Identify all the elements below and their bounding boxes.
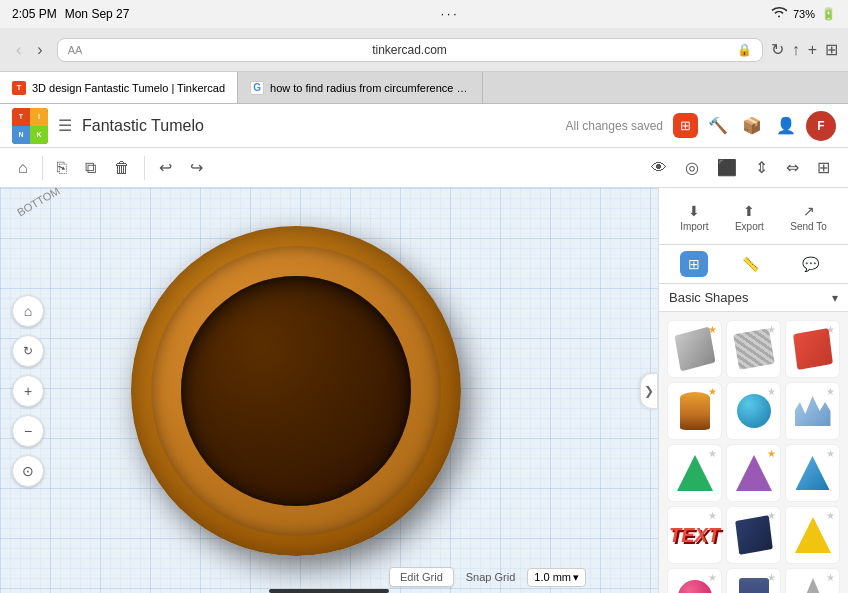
panel-top-icons: ⬇ Import ⬆ Export ↗ Send To [659, 188, 848, 245]
shape-tool-button[interactable]: ⬛ [709, 154, 745, 181]
snap-value-control[interactable]: 1.0 mm ▾ [527, 568, 586, 587]
orbit-button[interactable]: ↻ [12, 335, 44, 367]
tabs-button[interactable]: ⊞ [825, 40, 838, 59]
address-bar[interactable]: AA tinkercad.com 🔒 [57, 38, 763, 62]
star-icon-jagged: ★ [826, 386, 835, 397]
snap-value-text: 1.0 mm [534, 571, 571, 583]
mirror-h-icon: ⇔ [786, 158, 799, 177]
panel-view-icons: ⊞ 📏 💬 [659, 245, 848, 284]
shapes-grid: ★ ★ ★ ★ ★ [659, 312, 848, 593]
shape-visual-pyramid-yellow [795, 517, 831, 553]
logo-k: K [30, 126, 48, 144]
shape-visual-text-3d: TEXT [669, 524, 720, 547]
panel-import-button[interactable]: ⬇ Import [672, 194, 716, 238]
home-button[interactable]: ⌂ [10, 155, 36, 181]
reset-view-button[interactable]: ⊙ [12, 455, 44, 487]
refresh-button[interactable]: ↻ [771, 40, 784, 59]
duplicate-icon: ⧉ [85, 159, 96, 177]
canvas-label: BOTTOM [15, 188, 62, 218]
browser-nav: ‹ › [10, 39, 49, 61]
shape-visual-cylinder [680, 392, 710, 430]
shapes-title: Basic Shapes [669, 290, 749, 305]
copy-button[interactable]: ⎘ [49, 155, 75, 181]
shape-item-pyramid-purple[interactable]: ★ [726, 444, 781, 502]
avatar[interactable]: F [806, 111, 836, 141]
star-icon-sphere: ★ [767, 386, 776, 397]
status-day: Mon Sep 27 [65, 7, 130, 21]
tinkercad-logo[interactable]: T I N K [12, 108, 48, 144]
view-home-button[interactable]: ⌂ [12, 295, 44, 327]
shape-item-sphere[interactable]: ★ [726, 382, 781, 440]
shape-item-cone[interactable]: ★ [785, 568, 840, 593]
star-icon-pyramid-yellow: ★ [826, 510, 835, 521]
toolbar-separator-1 [42, 156, 43, 180]
grid-panel-button[interactable]: ⊞ [680, 251, 708, 277]
panel-sendto-button[interactable]: ↗ Send To [782, 194, 835, 238]
shape-item-jagged[interactable]: ★ [785, 382, 840, 440]
shape-visual-box-gray [674, 327, 715, 372]
shape-item-cylinder[interactable]: ★ [667, 382, 722, 440]
shape-visual-cone [797, 578, 829, 593]
share-button[interactable]: ↑ [792, 41, 800, 59]
zoom-out-button[interactable]: − [12, 415, 44, 447]
shape-visual-sphere [737, 394, 771, 428]
shape-item-prism[interactable]: ★ [785, 444, 840, 502]
panel-collapse-handle[interactable]: ❯ [640, 373, 658, 409]
circle-tool-button[interactable]: ◎ [677, 154, 707, 181]
share-icon: ↑ [792, 41, 800, 58]
edit-grid-button[interactable]: Edit Grid [389, 567, 454, 587]
grid-view-button[interactable]: ⊞ [673, 113, 698, 138]
shape-item-box-dark[interactable]: ★ [726, 568, 781, 593]
shape-item-box-red[interactable]: ★ [785, 320, 840, 378]
canvas-area[interactable]: BOTTOM ⌂ ↻ + − ⊙ [0, 188, 658, 593]
shapes-header: Basic Shapes ▾ [659, 284, 848, 312]
toolbar-separator-2 [144, 156, 145, 180]
shape-item-box-gray[interactable]: ★ [667, 320, 722, 378]
shape-item-pyramid-green[interactable]: ★ [667, 444, 722, 502]
align-button[interactable]: ⊞ [809, 154, 838, 181]
undo-button[interactable]: ↩ [151, 154, 180, 181]
zoom-in-button[interactable]: + [12, 375, 44, 407]
trash-icon: 🗑 [114, 159, 130, 177]
sendto-icon: ↗ [803, 203, 815, 219]
minus-zoom-icon: − [24, 423, 32, 439]
shape-item-text-3d[interactable]: ★ TEXT [667, 506, 722, 564]
profile-button[interactable]: 👤 [772, 112, 800, 139]
redo-button[interactable]: ↪ [182, 154, 211, 181]
aa-label: AA [68, 44, 83, 56]
tab-google[interactable]: G how to find radius from circumference … [238, 72, 483, 103]
wifi-icon [771, 7, 787, 22]
delete-button[interactable]: 🗑 [106, 155, 138, 181]
shape-item-box-blue[interactable]: ★ [726, 506, 781, 564]
tab-tinkercad[interactable]: T 3D design Fantastic Tumelo | Tinkercad [0, 72, 238, 103]
new-tab-button[interactable]: + [808, 41, 817, 59]
view-button[interactable]: 👁 [643, 155, 675, 181]
header-actions: ⊞ 🔨 📦 👤 F [673, 111, 836, 141]
battery-visual: 🔋 [821, 7, 836, 21]
panel-export-button[interactable]: ⬆ Export [727, 194, 772, 238]
lock-icon: 🔒 [737, 43, 752, 57]
shape-item-pyramid-yellow[interactable]: ★ [785, 506, 840, 564]
ruler-button[interactable]: 📏 [734, 251, 767, 277]
tabs-icon: ⊞ [825, 41, 838, 58]
home-view-icon: ⌂ [24, 303, 32, 319]
disc-ring [151, 246, 441, 536]
list-icon: ☰ [58, 116, 72, 135]
redo-icon: ↪ [190, 158, 203, 177]
shape-visual-jagged [795, 396, 831, 426]
shape-item-sphere-pink[interactable]: ★ [667, 568, 722, 593]
mirror-h-button[interactable]: ⇔ [778, 154, 807, 181]
back-button[interactable]: ‹ [10, 39, 27, 61]
export-icon: ⬆ [743, 203, 755, 219]
comment-button[interactable]: 💬 [794, 251, 827, 277]
url-text: tinkercad.com [88, 43, 730, 57]
package-button[interactable]: 📦 [738, 112, 766, 139]
mirror-v-button[interactable]: ⇕ [747, 154, 776, 181]
duplicate-button[interactable]: ⧉ [77, 155, 104, 181]
shape-visual-box-blue [735, 515, 773, 555]
forward-button[interactable]: › [31, 39, 48, 61]
shapes-dropdown-button[interactable]: ▾ [832, 291, 838, 305]
3d-object[interactable] [131, 226, 461, 556]
shape-item-box-striped[interactable]: ★ [726, 320, 781, 378]
tools-button[interactable]: 🔨 [704, 112, 732, 139]
